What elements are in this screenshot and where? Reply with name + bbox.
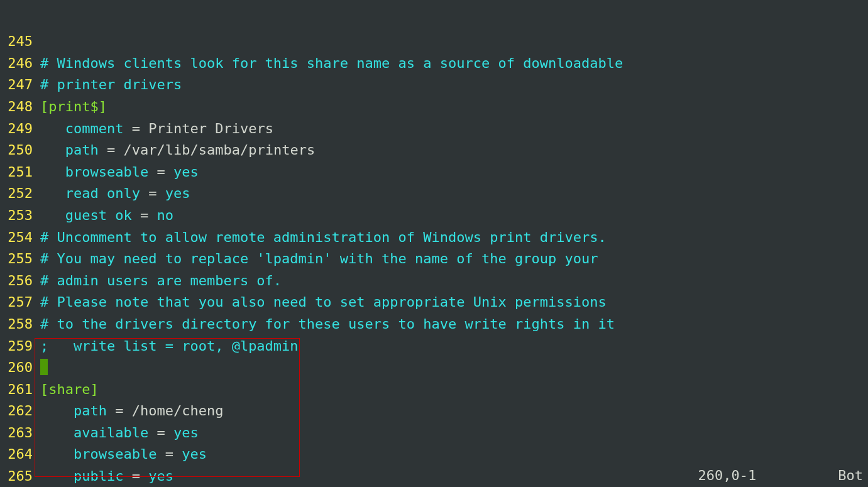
line-content[interactable]: available = yes xyxy=(40,422,868,444)
code-line[interactable]: 263 available = yes xyxy=(0,422,868,444)
line-content[interactable]: # Windows clients look for this share na… xyxy=(40,53,868,75)
line-content[interactable]: # printer drivers xyxy=(40,74,868,96)
line-content[interactable]: path = /home/cheng xyxy=(40,400,868,422)
code-line[interactable]: 258# to the drivers directory for these … xyxy=(0,314,868,336)
code-line[interactable]: 262 path = /home/cheng xyxy=(0,400,868,422)
line-content[interactable]: # admin users are members of. xyxy=(40,270,868,292)
line-content[interactable]: comment = Printer Drivers xyxy=(40,118,868,140)
line-number: 249 xyxy=(0,118,33,140)
line-content[interactable]: path = /var/lib/samba/printers xyxy=(40,140,868,161)
line-content[interactable]: guest ok = no xyxy=(40,205,868,227)
code-line[interactable]: 260 xyxy=(0,357,868,379)
line-number: 246 xyxy=(0,53,33,75)
code-lines[interactable]: 245246# Windows clients look for this sh… xyxy=(0,31,868,487)
code-line[interactable]: 259; write list = root, @lpadmin xyxy=(0,336,868,358)
code-line[interactable]: 247# printer drivers xyxy=(0,74,868,96)
line-number: 264 xyxy=(0,444,33,466)
line-content[interactable]: [share] xyxy=(40,379,868,401)
code-line[interactable]: 255# You may need to replace 'lpadmin' w… xyxy=(0,248,868,270)
line-number: 263 xyxy=(0,422,33,444)
code-line[interactable]: 252 read only = yes xyxy=(0,183,868,205)
line-content[interactable]: # Uncomment to allow remote administrati… xyxy=(40,227,868,249)
code-line[interactable]: 253 guest ok = no xyxy=(0,205,868,227)
line-content[interactable]: read only = yes xyxy=(40,183,868,205)
line-number: 253 xyxy=(0,205,33,227)
terminal-editor[interactable]: 245246# Windows clients look for this sh… xyxy=(0,0,868,487)
line-content[interactable] xyxy=(40,357,868,379)
line-number: 255 xyxy=(0,248,33,270)
line-number: 261 xyxy=(0,379,33,401)
line-content[interactable]: # You may need to replace 'lpadmin' with… xyxy=(40,248,868,270)
line-content[interactable]: # to the drivers directory for these use… xyxy=(40,314,868,336)
line-content[interactable]: browseable = yes xyxy=(40,161,868,183)
code-line[interactable]: 250 path = /var/lib/samba/printers xyxy=(0,140,868,161)
line-content[interactable]: browseable = yes xyxy=(40,444,868,466)
code-line[interactable]: 264 browseable = yes xyxy=(0,444,868,466)
cursor-position: 260,0-1 xyxy=(698,465,838,487)
code-line[interactable]: 257# Please note that you also need to s… xyxy=(0,292,868,314)
line-content[interactable]: ; write list = root, @lpadmin xyxy=(40,336,868,358)
code-line[interactable]: 261[share] xyxy=(0,379,868,401)
line-number: 259 xyxy=(0,336,33,358)
code-line[interactable]: 251 browseable = yes xyxy=(0,161,868,183)
line-number: 248 xyxy=(0,96,33,118)
line-content[interactable]: [print$] xyxy=(40,96,868,118)
line-number: 262 xyxy=(0,400,33,422)
line-number: 260 xyxy=(0,357,33,379)
line-content[interactable]: # Please note that you also need to set … xyxy=(40,292,868,314)
vim-status-bar: 260,0-1 Bot xyxy=(0,465,868,487)
cursor xyxy=(40,359,48,375)
line-number: 251 xyxy=(0,161,33,183)
code-line[interactable]: 248[print$] xyxy=(0,96,868,118)
code-line[interactable]: 246# Windows clients look for this share… xyxy=(0,53,868,75)
line-number: 254 xyxy=(0,227,33,249)
line-number: 250 xyxy=(0,140,33,161)
line-number: 252 xyxy=(0,183,33,205)
line-number: 257 xyxy=(0,292,33,314)
line-number: 256 xyxy=(0,270,33,292)
scroll-indicator: Bot xyxy=(838,465,868,487)
code-line[interactable]: 245 xyxy=(0,31,868,53)
line-number: 258 xyxy=(0,314,33,336)
code-line[interactable]: 256# admin users are members of. xyxy=(0,270,868,292)
code-line[interactable]: 254# Uncomment to allow remote administr… xyxy=(0,227,868,249)
line-number: 245 xyxy=(0,31,33,53)
line-number: 247 xyxy=(0,74,33,96)
code-line[interactable]: 249 comment = Printer Drivers xyxy=(0,118,868,140)
